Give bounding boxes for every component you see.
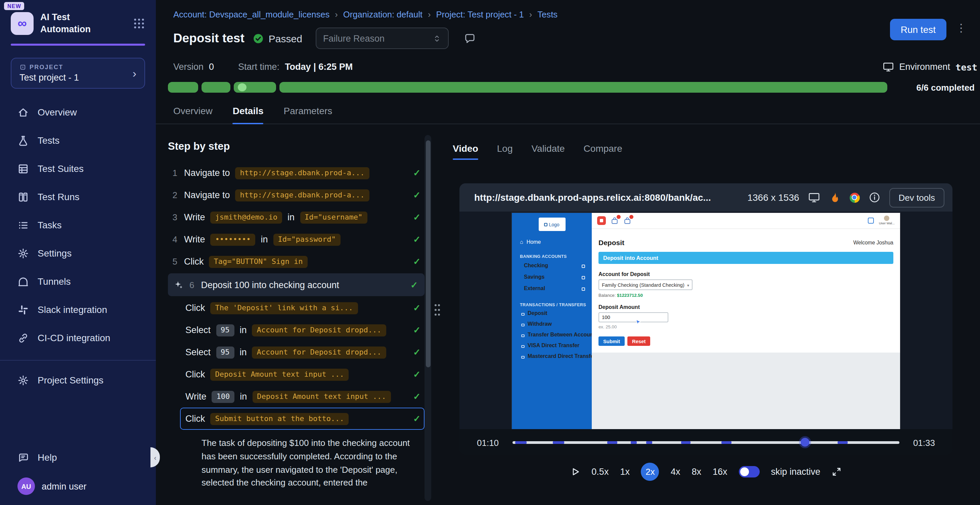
timeline-thumb[interactable]: [801, 438, 810, 447]
step-target-chip[interactable]: Deposit Amount text input ...: [252, 391, 391, 403]
run-test-button[interactable]: Run test: [890, 19, 947, 40]
speed-16x[interactable]: 16x: [713, 467, 727, 477]
video-tab-log[interactable]: Log: [497, 143, 513, 159]
sidebar-project-settings-wrap: Project Settings: [0, 366, 156, 394]
sidebar-item-tasks[interactable]: Tasks: [0, 211, 156, 239]
apps-grid-icon[interactable]: [133, 17, 145, 29]
breadcrumb-link[interactable]: Account: Devspace_all_module_licenses: [173, 10, 329, 19]
bank-nav-transfer-between-accounts[interactable]: Transfer Between Accounts: [512, 330, 592, 341]
step-target-chip[interactable]: 100: [212, 391, 235, 403]
step-check-icon: ✓: [413, 414, 424, 424]
step-row-selected[interactable]: ClickSubmit button at the botto...✓: [180, 408, 425, 430]
bank-nav-checking[interactable]: Checking: [512, 260, 592, 272]
step-target-chip[interactable]: http://stage.dbank.prod-a...: [235, 167, 369, 179]
recorder-extension-icon[interactable]: [597, 216, 606, 225]
panel-resize-handle[interactable]: [434, 304, 441, 318]
step-target-chip[interactable]: Account for Deposit dropd...: [252, 324, 386, 336]
step-target-chip[interactable]: Deposit Amount text input ...: [211, 368, 349, 380]
monitor-icon: [882, 61, 894, 73]
extension-icon[interactable]: [623, 217, 632, 225]
sidebar-item-slack-integration[interactable]: Slack integration: [0, 295, 156, 324]
step-target-chip[interactable]: The 'Deposit' link with a si...: [211, 302, 358, 314]
monitor-icon[interactable]: [808, 191, 820, 203]
step-target-chip[interactable]: 95: [216, 346, 234, 358]
tab-overview[interactable]: Overview: [173, 105, 213, 124]
sidebar-item-test-runs[interactable]: Test Runs: [0, 183, 156, 211]
speed-8x[interactable]: 8x: [692, 467, 701, 477]
step-row[interactable]: Write100inDeposit Amount text input ...✓: [180, 386, 425, 408]
bank-nav-home[interactable]: ⌂ Home: [512, 237, 592, 246]
step-target-chip[interactable]: Id="password": [274, 233, 340, 245]
speed-0-5x[interactable]: 0.5x: [592, 467, 609, 477]
step-target-chip[interactable]: Submit button at the botto...: [211, 413, 349, 425]
chrome-icon[interactable]: [850, 192, 860, 202]
speed-2x[interactable]: 2x: [641, 463, 659, 481]
step-row[interactable]: 2Navigate tohttp://stage.dbank.prod-a...…: [168, 184, 425, 206]
sidebar-item-tests[interactable]: Tests: [0, 126, 156, 154]
tab-parameters[interactable]: Parameters: [284, 105, 332, 124]
comment-icon[interactable]: [463, 32, 476, 44]
step-target-chip[interactable]: jsmith@demo.io: [211, 211, 282, 223]
skip-inactive-toggle[interactable]: [739, 466, 760, 478]
step-check-icon: ✓: [413, 234, 424, 245]
bank-nav-mastercard-direct-transfer[interactable]: Mastercard Direct Transfer: [512, 352, 592, 363]
extension-icon[interactable]: [611, 217, 619, 225]
extension-square-icon[interactable]: [868, 218, 874, 224]
step-row[interactable]: ClickDeposit Amount text input ...✓: [180, 363, 425, 386]
step-row[interactable]: ClickThe 'Deposit' link with a si...✓: [180, 297, 425, 319]
flame-icon[interactable]: [829, 191, 841, 203]
video-frame: Logo ⌂ Home BANKING ACCOUNTS CheckingSav…: [512, 213, 900, 429]
sidebar-item-tunnels[interactable]: Tunnels: [0, 267, 156, 295]
dev-tools-button[interactable]: Dev tools: [889, 188, 944, 207]
fullscreen-icon[interactable]: [832, 467, 842, 477]
bank-reset-button[interactable]: Reset: [627, 337, 650, 346]
steps-scrollbar[interactable]: [425, 135, 431, 501]
play-icon[interactable]: [570, 467, 580, 477]
video-tab-validate[interactable]: Validate: [531, 143, 565, 159]
video-tab-compare[interactable]: Compare: [584, 143, 622, 159]
speed-4x[interactable]: 4x: [671, 467, 681, 477]
breadcrumb-link[interactable]: Project: Test project - 1: [436, 10, 524, 19]
user-menu[interactable]: AU admin user: [0, 472, 156, 501]
breadcrumb-link[interactable]: Tests: [537, 10, 557, 19]
step-target-chip[interactable]: Account for Deposit dropd...: [252, 346, 386, 358]
project-name: Test project - 1: [19, 73, 79, 83]
step-target-chip[interactable]: http://stage.dbank.prod-a...: [235, 189, 369, 201]
bank-nav-savings[interactable]: Savings: [512, 272, 592, 283]
step-row[interactable]: 4Write••••••••inId="password"✓: [168, 228, 425, 251]
speed-1x[interactable]: 1x: [620, 467, 630, 477]
step-target-chip[interactable]: ••••••••: [211, 233, 256, 245]
tab-details[interactable]: Details: [233, 105, 264, 124]
breadcrumb-link[interactable]: Organization: default: [343, 10, 423, 19]
sidebar-item-label: Settings: [38, 248, 72, 259]
step-row[interactable]: 5ClickTag="BUTTON" Sign in✓: [168, 251, 425, 273]
failure-reason-select[interactable]: Failure Reason: [316, 27, 449, 49]
step-target-chip[interactable]: Tag="BUTTON" Sign in: [209, 256, 308, 268]
step-target-chip[interactable]: 95: [216, 324, 234, 336]
scrollbar-thumb[interactable]: [426, 140, 430, 367]
sidebar-item-settings[interactable]: Settings: [0, 239, 156, 267]
bank-nav-deposit[interactable]: Deposit: [512, 309, 592, 320]
sidebar-item-overview[interactable]: Overview: [0, 98, 156, 126]
info-icon[interactable]: [869, 191, 881, 203]
bank-submit-button[interactable]: Submit: [598, 337, 625, 346]
step-row[interactable]: Select95inAccount for Deposit dropd...✓: [180, 319, 425, 341]
video-tab-video[interactable]: Video: [453, 143, 478, 159]
timeline-track[interactable]: [512, 441, 900, 444]
amount-input[interactable]: 100: [598, 312, 668, 322]
project-selector[interactable]: PROJECT Test project - 1 ›: [11, 58, 145, 89]
step-row[interactable]: Select95inAccount for Deposit dropd...✓: [180, 341, 425, 363]
sidebar-item-ci-cd-integration[interactable]: CI-CD integration: [0, 324, 156, 352]
step-row[interactable]: 1Navigate tohttp://stage.dbank.prod-a...…: [168, 162, 425, 184]
bank-nav-visa-direct-transfer[interactable]: VISA Direct Transfer: [512, 341, 592, 352]
bank-nav-external[interactable]: External: [512, 283, 592, 295]
kebab-menu-icon[interactable]: ⋮: [956, 22, 967, 34]
step-row[interactable]: 3Writejsmith@demo.ioinId="username"✓: [168, 206, 425, 228]
sidebar-item-test-suites[interactable]: Test Suites: [0, 154, 156, 183]
step-target-chip[interactable]: Id="username": [300, 211, 367, 223]
account-select[interactable]: Family Checking (Standard Checking) ▾: [598, 279, 692, 290]
step-group-row[interactable]: 6Deposit 100 into checking account✓: [168, 273, 425, 296]
sidebar-item-project-settings[interactable]: Project Settings: [0, 366, 156, 394]
sidebar-item-help[interactable]: Help: [0, 443, 156, 472]
bank-nav-withdraw[interactable]: Withdraw: [512, 320, 592, 330]
